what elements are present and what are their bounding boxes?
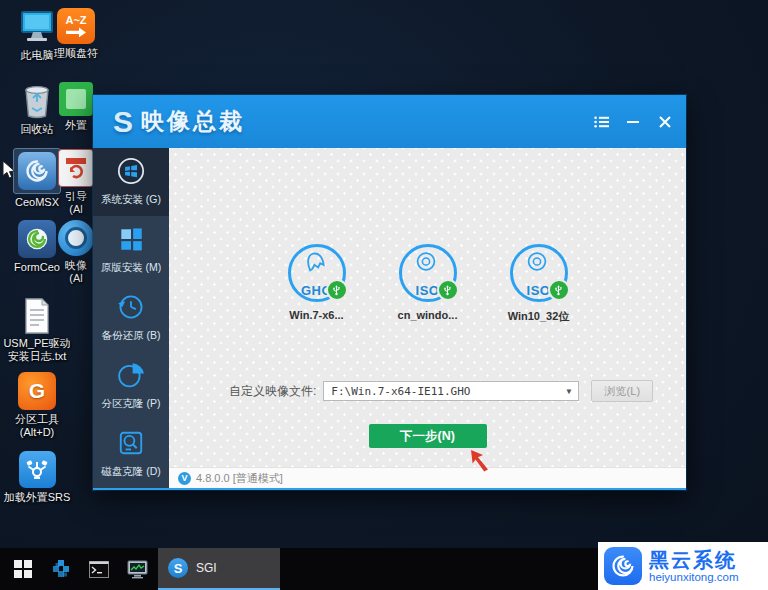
- sidebar-item-label: 系统安装 (G): [101, 193, 161, 207]
- desktop-icon-usm-log[interactable]: USM_PE驱动 安装日志.txt: [1, 298, 73, 363]
- gho-circle-icon: GHO: [288, 244, 346, 302]
- usb-badge-icon: [437, 279, 459, 301]
- custom-image-row: 自定义映像文件: F:\Win.7-x64-IE11.GHO ▼ 浏览(L): [229, 380, 653, 402]
- partition-clone-icon: [117, 361, 145, 391]
- start-button[interactable]: [4, 548, 42, 590]
- image-name-label: Win.7-x6...: [289, 309, 343, 321]
- original-install-icon: [117, 225, 145, 255]
- version-badge-icon: V: [178, 472, 191, 485]
- boot-repair-icon: [58, 149, 94, 187]
- sidebar-item-label: 备份还原 (B): [102, 329, 161, 343]
- external-green-icon: [59, 82, 93, 116]
- backup-restore-icon: [117, 293, 145, 323]
- blue-cube-icon: [51, 559, 71, 579]
- window-statusbar: V 4.8.0.0 [普通模式]: [169, 467, 686, 488]
- image-item-iso-2[interactable]: ISO Win10_32位: [489, 244, 589, 324]
- iso-circle-icon: ISO: [399, 244, 457, 302]
- browse-button[interactable]: 浏览(L): [591, 380, 653, 402]
- desktop-icon-label-line2: 安装日志.txt: [1, 350, 73, 363]
- chevron-down-icon: ▼: [567, 387, 572, 396]
- diskgenius-icon: G: [18, 372, 56, 410]
- command-prompt-icon: [89, 561, 109, 578]
- image-item-gho[interactable]: GHO Win.7-x6...: [267, 244, 367, 324]
- app-logo-icon: S: [113, 105, 133, 139]
- sidebar-item-label: 原版安装 (M): [101, 261, 162, 275]
- taskbar-cmd-button[interactable]: [80, 548, 118, 590]
- srs-drive-icon: [19, 451, 56, 488]
- system-monitor-icon: [127, 560, 148, 579]
- image-name-label: cn_windo...: [398, 309, 458, 321]
- image-path-combobox[interactable]: F:\Win.7-x64-IE11.GHO ▼: [323, 381, 579, 401]
- next-step-button[interactable]: 下一步(N): [369, 424, 487, 448]
- taskbar-network-app-button[interactable]: [42, 548, 80, 590]
- taskbar-monitor-button[interactable]: [118, 548, 156, 590]
- minimize-icon[interactable]: [624, 113, 642, 131]
- desktop-icon-label: 分区工具: [1, 413, 73, 426]
- window-sidebar: 系统安装 (G) 原版安装 (M) 备份还原 (B) 分区克隆 (P) 磁盘克隆…: [93, 148, 169, 488]
- iso-circle-icon: ISO: [510, 244, 568, 302]
- az-drives-icon: A~Z: [57, 8, 95, 44]
- diskgenius-letter: G: [29, 379, 45, 403]
- desktop-icon-partition-tool[interactable]: G 分区工具 (Alt+D): [1, 372, 73, 439]
- image-choices-row: GHO Win.7-x6... ISO cn_windo...: [169, 244, 686, 324]
- watermark-site-name: 黑云系统: [649, 549, 739, 571]
- desktop-icon-label: 理顺盘符: [40, 47, 112, 60]
- image-path-value: F:\Win.7-x64-IE11.GHO: [331, 385, 470, 398]
- custom-image-label: 自定义映像文件:: [229, 383, 316, 400]
- taskbar-task-sgi[interactable]: S SGI: [158, 548, 280, 590]
- text-file-icon: [1, 298, 73, 334]
- watermark-site-url: heiyunxitong.com: [649, 571, 739, 584]
- sidebar-item-label: 磁盘克隆 (D): [101, 465, 161, 479]
- image-item-iso-1[interactable]: ISO cn_windo...: [378, 244, 478, 324]
- desktop-icon-label: 加载外置SRS: [1, 491, 73, 504]
- sidebar-item-backup-restore[interactable]: 备份还原 (B): [93, 284, 169, 352]
- desktop-icon-label-line2: (Alt+D): [1, 426, 73, 439]
- sgi-round-icon: [58, 220, 94, 256]
- desktop-icon-load-srs[interactable]: 加载外置SRS: [1, 451, 73, 504]
- usb-badge-icon: [548, 279, 570, 301]
- sgi-logo-icon: S: [168, 558, 188, 578]
- heiyun-swirl-icon: [604, 547, 642, 585]
- desktop-icon-label: USM_PE驱动: [1, 337, 73, 350]
- sidebar-item-label: 分区克隆 (P): [102, 397, 161, 411]
- system-install-icon: [117, 157, 145, 187]
- sidebar-item-partition-clone[interactable]: 分区克隆 (P): [93, 352, 169, 420]
- usb-badge-icon: [326, 279, 348, 301]
- window-main-area: GHO Win.7-x6... ISO cn_windo...: [169, 148, 686, 488]
- menu-icon[interactable]: [592, 113, 610, 131]
- taskbar-task-label: SGI: [196, 561, 217, 575]
- version-text: 4.8.0.0 [普通模式]: [196, 471, 283, 486]
- watermark-link[interactable]: 黑云系统 heiyunxitong.com: [598, 542, 768, 590]
- image-name-label: Win10_32位: [508, 309, 570, 324]
- disk-clone-icon: [117, 429, 145, 459]
- sidebar-item-original-install[interactable]: 原版安装 (M): [93, 216, 169, 284]
- sidebar-item-disk-clone[interactable]: 磁盘克隆 (D): [93, 420, 169, 488]
- window-titlebar: S 映像总裁: [93, 95, 686, 148]
- app-title: 映像总裁: [141, 106, 245, 137]
- sgi-app-window: S 映像总裁 系统安装 (G) 原版安装 (M): [93, 95, 686, 490]
- az-text: A~Z: [65, 14, 86, 26]
- desktop-icon-sort-drives[interactable]: A~Z 理顺盘符: [40, 8, 112, 60]
- windows-start-icon: [14, 560, 32, 578]
- close-icon[interactable]: [656, 113, 674, 131]
- sidebar-item-system-install[interactable]: 系统安装 (G): [93, 148, 169, 216]
